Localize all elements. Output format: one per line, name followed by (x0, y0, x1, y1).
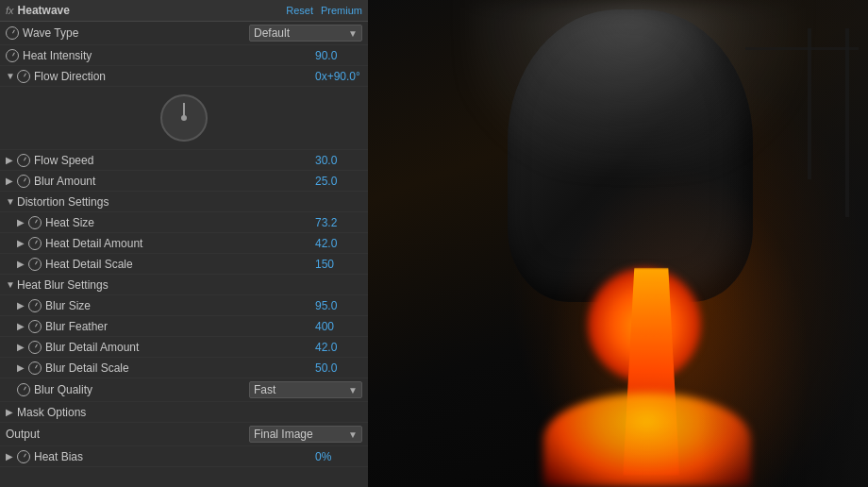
blur-detail-amount-row: Blur Detail Amount 42.0 (0, 337, 368, 358)
blur-quality-label: Blur Quality (34, 383, 249, 396)
blur-quality-value: Fast (254, 383, 344, 396)
blur-size-stopwatch[interactable] (28, 299, 42, 312)
heat-bias-stopwatch[interactable] (17, 450, 30, 463)
output-dropdown-arrow: ▼ (348, 429, 358, 440)
heat-size-label: Heat Size (45, 216, 315, 229)
fx-label: fx (6, 5, 14, 16)
preview-image (368, 0, 868, 487)
heat-size-stopwatch[interactable] (28, 216, 42, 229)
heat-blur-settings-label: Heat Blur Settings (17, 278, 108, 292)
fx-header: fx Heatwave Reset Premium (0, 0, 368, 22)
reset-button[interactable]: Reset (286, 5, 313, 16)
flow-direction-row: Flow Direction 0x+90.0° (0, 66, 368, 87)
blur-feather-value[interactable]: 400 (315, 320, 362, 333)
flow-direction-label: Flow Direction (34, 70, 315, 83)
heat-detail-scale-arrow[interactable] (17, 259, 26, 269)
heat-detail-scale-stopwatch[interactable] (28, 258, 42, 271)
heat-detail-amount-label: Heat Detail Amount (45, 237, 315, 250)
output-dropdown[interactable]: Final Image ▼ (249, 426, 362, 443)
heat-size-value[interactable]: 73.2 (315, 216, 362, 229)
heat-blur-settings-section: Heat Blur Settings (0, 275, 368, 295)
blur-size-label: Blur Size (45, 299, 315, 312)
flow-direction-stopwatch[interactable] (17, 70, 30, 83)
blur-detail-amount-label: Blur Detail Amount (45, 341, 315, 354)
distortion-settings-section: Distortion Settings (0, 192, 368, 212)
wave-type-dropdown-arrow: ▼ (348, 28, 358, 39)
heat-detail-amount-stopwatch[interactable] (28, 237, 42, 250)
wave-type-row: Wave Type Default ▼ (0, 22, 368, 45)
heat-intensity-value[interactable]: 90.0 (315, 49, 362, 62)
heat-detail-scale-value[interactable]: 150 (315, 258, 362, 271)
heat-intensity-stopwatch[interactable] (6, 49, 19, 62)
heat-detail-scale-row: Heat Detail Scale 150 (0, 254, 368, 275)
blur-quality-dropdown-arrow: ▼ (348, 385, 358, 395)
wave-type-stopwatch[interactable] (6, 26, 19, 40)
mask-options-arrow[interactable] (6, 407, 15, 417)
heat-bias-label: Heat Bias (34, 450, 315, 463)
heat-detail-amount-value[interactable]: 42.0 (315, 237, 362, 250)
flow-speed-arrow[interactable] (6, 155, 15, 165)
fx-title: Heatwave (18, 4, 287, 17)
blur-amount-row: Blur Amount 25.0 (0, 171, 368, 192)
heat-bias-value[interactable]: 0% (315, 450, 362, 463)
heat-blur-settings-arrow[interactable] (6, 279, 15, 290)
output-row: Output Final Image ▼ (0, 423, 368, 446)
heat-detail-scale-label: Heat Detail Scale (45, 258, 315, 271)
blur-quality-dropdown[interactable]: Fast ▼ (249, 381, 362, 398)
flow-direction-arrow[interactable] (6, 71, 15, 81)
blur-amount-label: Blur Amount (34, 175, 315, 188)
blur-amount-value[interactable]: 25.0 (315, 175, 362, 188)
blur-detail-amount-stopwatch[interactable] (28, 341, 42, 354)
heat-intensity-label: Heat Intensity (23, 49, 315, 62)
blur-quality-row: Blur Quality Fast ▼ (0, 378, 368, 402)
blur-size-arrow[interactable] (17, 300, 26, 311)
blur-feather-arrow[interactable] (17, 321, 26, 331)
blur-detail-scale-stopwatch[interactable] (28, 361, 42, 375)
ambient-glow (368, 0, 868, 487)
heat-bias-arrow[interactable] (6, 451, 15, 462)
mask-options-section: Mask Options (0, 402, 368, 423)
heat-detail-amount-arrow[interactable] (17, 238, 26, 248)
blur-size-value[interactable]: 95.0 (315, 299, 362, 312)
flow-direction-dial-container (0, 87, 368, 150)
blur-size-row: Blur Size 95.0 (0, 295, 368, 316)
output-label: Output (6, 428, 249, 441)
heat-size-arrow[interactable] (17, 217, 26, 227)
blur-amount-stopwatch[interactable] (17, 175, 30, 188)
blur-feather-stopwatch[interactable] (28, 320, 42, 333)
output-value: Final Image (254, 428, 344, 441)
preview-panel (368, 0, 868, 487)
mask-options-label: Mask Options (17, 406, 86, 419)
distortion-settings-arrow[interactable] (6, 196, 15, 207)
left-panel: fx Heatwave Reset Premium Wave Type Defa… (0, 0, 368, 487)
heat-size-row: Heat Size 73.2 (0, 212, 368, 233)
blur-detail-amount-value[interactable]: 42.0 (315, 341, 362, 354)
heat-intensity-row: Heat Intensity 90.0 (0, 45, 368, 66)
blur-detail-scale-row: Blur Detail Scale 50.0 (0, 358, 368, 378)
premium-button[interactable]: Premium (321, 5, 362, 16)
blur-detail-scale-value[interactable]: 50.0 (315, 361, 362, 375)
flow-speed-stopwatch[interactable] (17, 154, 30, 167)
flow-speed-label: Flow Speed (34, 154, 315, 167)
blur-detail-scale-arrow[interactable] (17, 362, 26, 373)
blur-amount-arrow[interactable] (6, 176, 15, 186)
wave-type-label: Wave Type (23, 26, 249, 40)
heat-bias-row: Heat Bias 0% (0, 446, 368, 467)
wave-type-dropdown[interactable]: Default ▼ (249, 25, 362, 42)
flow-direction-value[interactable]: 0x+90.0° (315, 70, 362, 83)
distortion-settings-label: Distortion Settings (17, 195, 108, 209)
flow-direction-dial[interactable] (160, 94, 208, 142)
blur-quality-stopwatch[interactable] (17, 383, 30, 396)
blur-feather-row: Blur Feather 400 (0, 316, 368, 337)
blur-detail-scale-label: Blur Detail Scale (45, 361, 315, 375)
blur-detail-amount-arrow[interactable] (17, 342, 26, 352)
flow-speed-row: Flow Speed 30.0 (0, 150, 368, 171)
blur-feather-label: Blur Feather (45, 320, 315, 333)
wave-type-value: Default (254, 26, 344, 40)
dial-indicator-line (183, 103, 185, 118)
heat-detail-amount-row: Heat Detail Amount 42.0 (0, 233, 368, 254)
flow-speed-value[interactable]: 30.0 (315, 154, 362, 167)
